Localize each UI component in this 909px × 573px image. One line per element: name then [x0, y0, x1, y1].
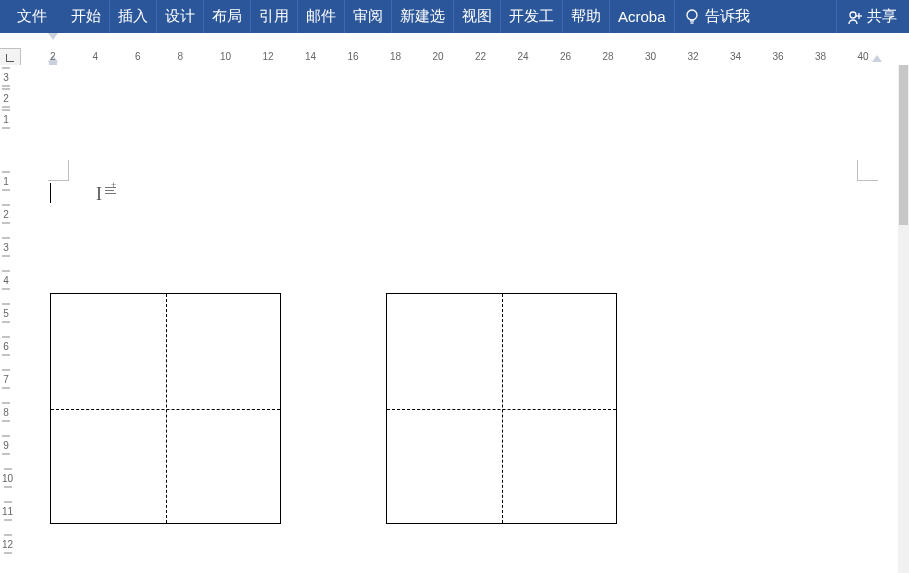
tab-insert[interactable]: 插入: [109, 0, 156, 33]
paragraph-options-handle[interactable]: I +: [96, 185, 116, 203]
share-icon: [847, 9, 863, 25]
hruler-label: 26: [560, 51, 571, 62]
ribbon: 文件 开始 插入 设计 布局 引用 邮件 审阅 新建选 视图 开发工 帮助 Ac…: [0, 0, 909, 33]
table-row-divider: [387, 409, 616, 410]
vruler-label: 3: [2, 238, 10, 257]
page-margin-corner-top-right: [857, 160, 878, 181]
hruler-label: 16: [348, 51, 359, 62]
hruler-label: 14: [305, 51, 316, 62]
vruler-label: 12: [2, 535, 13, 554]
share-button[interactable]: 共享: [836, 0, 909, 33]
tab-references[interactable]: 引用: [250, 0, 297, 33]
tab-view-label: 视图: [462, 7, 492, 26]
hruler-label: 22: [475, 51, 486, 62]
hruler-label: 34: [730, 51, 741, 62]
tab-mailings[interactable]: 邮件: [297, 0, 344, 33]
hruler-label: 2: [50, 51, 56, 62]
tab-design[interactable]: 设计: [156, 0, 203, 33]
right-indent-marker[interactable]: [872, 55, 882, 62]
hruler-label: 20: [433, 51, 444, 62]
vruler-label: 5: [2, 304, 10, 323]
tab-developer[interactable]: 开发工: [500, 0, 562, 33]
text-caret: [50, 183, 51, 203]
vruler-label: 9: [2, 436, 10, 455]
tell-me-label: 告诉我: [705, 7, 750, 26]
hruler-label: 30: [645, 51, 656, 62]
tab-help-label: 帮助: [571, 7, 601, 26]
vruler-label: 3: [2, 68, 10, 87]
hruler-label: 40: [858, 51, 869, 62]
tab-acrobat[interactable]: Acroba: [609, 0, 674, 33]
table-row-divider: [51, 409, 280, 410]
tab-selector[interactable]: [0, 48, 21, 66]
hruler-label: 32: [688, 51, 699, 62]
tab-review-label: 审阅: [353, 7, 383, 26]
vruler-label: 8: [2, 403, 10, 422]
hruler-label: 6: [135, 51, 141, 62]
ibeam-icon: I: [96, 185, 102, 203]
tab-review[interactable]: 审阅: [344, 0, 391, 33]
tab-layout[interactable]: 布局: [203, 0, 250, 33]
scrollbar-thumb[interactable]: [899, 65, 908, 225]
hruler-label: 28: [603, 51, 614, 62]
hruler-label: 38: [815, 51, 826, 62]
vruler-label: 1: [2, 172, 10, 191]
tab-references-label: 引用: [259, 7, 289, 26]
tab-home[interactable]: 开始: [63, 0, 109, 33]
vruler-label: 4: [2, 271, 10, 290]
tell-me[interactable]: 告诉我: [674, 0, 760, 33]
tab-developer-label: 开发工: [509, 7, 554, 26]
tab-newtab-label: 新建选: [400, 7, 445, 26]
hruler-label: 8: [178, 51, 184, 62]
svg-point-3: [850, 12, 856, 18]
tab-selector-icon: [6, 54, 14, 62]
tab-design-label: 设计: [165, 7, 195, 26]
tab-file[interactable]: 文件: [0, 0, 63, 33]
tab-acrobat-label: Acroba: [618, 8, 666, 25]
table[interactable]: [50, 293, 281, 524]
first-line-indent-marker[interactable]: [48, 33, 58, 40]
table[interactable]: [386, 293, 617, 524]
hruler-label: 10: [220, 51, 231, 62]
vruler-label: 1: [2, 110, 10, 129]
vruler-label: 11: [2, 502, 13, 521]
vertical-scrollbar[interactable]: [898, 65, 909, 573]
hruler-label: 18: [390, 51, 401, 62]
tab-view[interactable]: 视图: [453, 0, 500, 33]
tab-newtab[interactable]: 新建选: [391, 0, 453, 33]
page-margin-corner-top-left: [48, 160, 69, 181]
tab-mailings-label: 邮件: [306, 7, 336, 26]
vruler-label: 2: [2, 89, 10, 108]
tab-insert-label: 插入: [118, 7, 148, 26]
tab-file-label: 文件: [17, 7, 47, 26]
vruler-label: 2: [2, 205, 10, 224]
share-label: 共享: [867, 7, 897, 26]
tab-home-label: 开始: [71, 7, 101, 26]
vertical-ruler[interactable]: 321123456789101112: [0, 65, 21, 573]
svg-point-0: [687, 10, 697, 20]
vruler-label: 6: [2, 337, 10, 356]
vruler-label: 10: [2, 469, 13, 488]
tab-help[interactable]: 帮助: [562, 0, 609, 33]
hruler-label: 4: [93, 51, 99, 62]
tab-layout-label: 布局: [212, 7, 242, 26]
plus-icon: +: [111, 180, 116, 190]
hruler-label: 12: [263, 51, 274, 62]
vruler-label: 7: [2, 370, 10, 389]
lightbulb-icon: [685, 9, 699, 25]
hruler-label: 24: [518, 51, 529, 62]
document-canvas[interactable]: I +: [20, 65, 898, 573]
hruler-label: 36: [773, 51, 784, 62]
